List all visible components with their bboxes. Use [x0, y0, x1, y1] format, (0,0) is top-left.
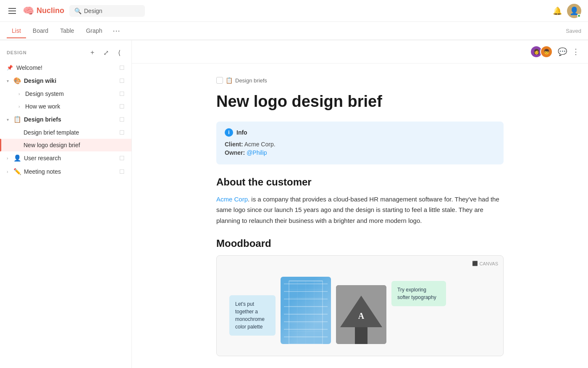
info-box-title: Info: [236, 129, 247, 136]
online-status-dot: [577, 14, 581, 18]
collaborator-avatars: 👩 👦: [530, 45, 553, 58]
moodboard-canvas[interactable]: ⬛ CANVAS Let's put together a monochrome…: [216, 255, 504, 356]
item-checkbox-icon: ☐: [119, 168, 125, 175]
chat-icon[interactable]: 💬: [558, 47, 567, 56]
sidebar-header: DESIGN + ⤢ ⟨: [0, 44, 131, 61]
architecture-image: A: [336, 285, 386, 344]
sidebar-section-title: DESIGN: [7, 50, 26, 55]
info-icon: i: [225, 128, 233, 137]
item-checkbox-icon: ☐: [119, 103, 125, 110]
add-item-button[interactable]: +: [87, 47, 98, 58]
sidebar-item-how-we-work[interactable]: › How we work ☐: [0, 100, 131, 113]
view-tabs: List Board Table Graph ⋯: [7, 24, 123, 37]
item-checkbox-icon: ☐: [119, 77, 125, 84]
saved-status: Saved: [566, 28, 581, 34]
document-title: New logo design brief: [216, 92, 504, 111]
collaborator-avatar-2: 👦: [540, 45, 553, 58]
sidebar-item-new-logo-design-brief[interactable]: New logo design brief: [0, 139, 131, 151]
info-box-header: i Info: [225, 128, 495, 137]
sidebar-item-design-brief-template[interactable]: Design brief template ☐: [0, 126, 131, 139]
design-wiki-emoji: 🎨: [13, 77, 21, 85]
design-briefs-emoji: 📋: [13, 116, 21, 123]
svg-text:A: A: [358, 311, 365, 320]
sidebar-item-label: Design wiki: [24, 77, 119, 84]
sidebar-item-label: Design system: [25, 90, 119, 97]
about-paragraph: Acme Corp. is a company that provides a …: [216, 194, 504, 226]
sidebar-item-user-research[interactable]: › 👤 User research ☐: [0, 151, 131, 165]
tab-list[interactable]: List: [7, 24, 26, 38]
user-avatar-wrapper[interactable]: 👤: [567, 4, 581, 18]
search-placeholder: Design: [84, 8, 102, 14]
chevron-down-icon: ▾: [7, 117, 12, 122]
about-heading: About the customer: [216, 176, 504, 188]
collapse-sidebar-button[interactable]: ⟨: [114, 47, 125, 58]
document-content: 📋 Design briefs New logo design brief i …: [196, 64, 524, 368]
sidebar-item-label: Design briefs: [24, 116, 119, 123]
tab-graph[interactable]: Graph: [81, 24, 108, 38]
tab-bar: List Board Table Graph ⋯ Saved: [0, 22, 588, 40]
sidebar-item-meeting-notes[interactable]: › ✏️ Meeting notes ☐: [0, 165, 131, 178]
user-research-emoji: 👤: [13, 154, 21, 162]
sidebar-item-design-system[interactable]: › Design system ☐: [0, 87, 131, 100]
sidebar-actions: + ⤢ ⟨: [87, 47, 125, 58]
sidebar: DESIGN + ⤢ ⟨ 📌 Welcome! ☐ ▾ 🎨 Design wik…: [0, 40, 132, 368]
sticky-note-1-text: Let's put together a monochrome color pa…: [235, 301, 265, 330]
notifications-icon[interactable]: 🔔: [553, 6, 562, 16]
moodboard-heading: Moodboard: [216, 238, 504, 249]
chevron-right-icon: ›: [7, 156, 12, 161]
info-owner-row: Owner: @Philip: [225, 149, 495, 156]
logo-icon: 🧠: [23, 5, 34, 16]
sidebar-item-label: User research: [24, 155, 119, 161]
search-bar[interactable]: 🔍 Design: [69, 5, 145, 17]
sidebar-item-label: Meeting notes: [24, 168, 119, 175]
architecture-svg: A: [336, 285, 386, 344]
chevron-right-icon: ›: [7, 169, 12, 174]
info-client-row: Client: Acme Corp.: [225, 141, 495, 148]
svg-rect-13: [355, 327, 368, 344]
building-svg: [281, 277, 331, 344]
sidebar-item-design-wiki[interactable]: ▾ 🎨 Design wiki ☐: [0, 74, 131, 87]
hamburger-menu[interactable]: [7, 6, 18, 16]
chevron-right-icon: ›: [18, 104, 24, 109]
tab-board[interactable]: Board: [28, 24, 53, 38]
chevron-down-icon: ▾: [7, 79, 12, 83]
search-icon: 🔍: [74, 8, 81, 14]
item-checkbox-icon: ☐: [119, 129, 125, 136]
top-nav: 🧠 Nuclino 🔍 Design 🔔 👤: [0, 0, 588, 22]
sidebar-item-label: Design brief template: [24, 129, 119, 136]
content-area: 👩 👦 💬 ⋮ 📋 Design briefs New logo design …: [132, 40, 588, 368]
tabs-more-button[interactable]: ⋯: [109, 24, 123, 37]
item-checkbox-icon: ☐: [119, 64, 125, 71]
sidebar-item-label: Welcome!: [16, 64, 119, 71]
logo-text: Nuclino: [37, 6, 64, 15]
document-more-button[interactable]: ⋮: [572, 47, 580, 56]
breadcrumb-emoji: 📋: [226, 77, 233, 84]
content-toolbar: 👩 👦 💬 ⋮: [132, 40, 588, 64]
sticky-note-2: Try exploring softer typography: [391, 281, 446, 306]
sticky-note-2-text: Try exploring softer typography: [397, 287, 436, 300]
sidebar-item-welcome[interactable]: 📌 Welcome! ☐: [0, 61, 131, 74]
meeting-notes-emoji: ✏️: [13, 168, 21, 175]
main-layout: DESIGN + ⤢ ⟨ 📌 Welcome! ☐ ▾ 🎨 Design wik…: [0, 40, 588, 368]
tab-table[interactable]: Table: [55, 24, 79, 38]
acme-corp-link: Acme Corp: [216, 196, 248, 203]
logo[interactable]: 🧠 Nuclino: [23, 5, 64, 16]
info-box: i Info Client: Acme Corp. Owner: @Philip: [216, 122, 504, 164]
building-image: [281, 277, 331, 344]
breadcrumb: 📋 Design briefs: [216, 77, 504, 84]
sidebar-item-design-briefs[interactable]: ▾ 📋 Design briefs ☐: [0, 113, 131, 126]
item-checkbox-icon: ☐: [119, 90, 125, 97]
breadcrumb-text[interactable]: Design briefs: [235, 77, 267, 84]
expand-sidebar-button[interactable]: ⤢: [100, 47, 111, 58]
canvas-content: Let's put together a monochrome color pa…: [217, 256, 503, 352]
sticky-note-1: Let's put together a monochrome color pa…: [229, 295, 276, 336]
item-checkbox-icon: ☐: [119, 116, 125, 123]
chevron-right-icon: ›: [18, 92, 24, 96]
sidebar-item-label: New logo design brief: [24, 142, 125, 148]
sidebar-item-label: How we work: [25, 103, 119, 110]
breadcrumb-checkbox[interactable]: [216, 77, 223, 84]
item-checkbox-icon: ☐: [119, 155, 125, 161]
pin-icon: 📌: [7, 65, 13, 71]
